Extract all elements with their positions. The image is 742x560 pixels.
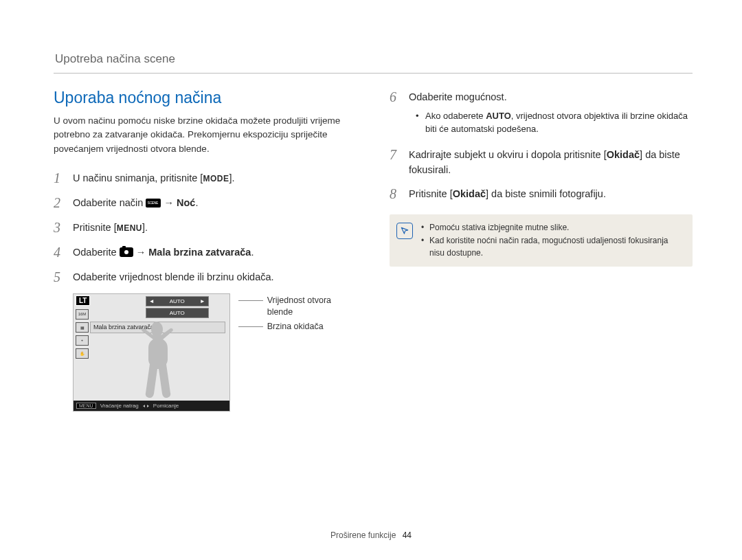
step-text-post: . xyxy=(195,197,198,208)
step-number: 5 xyxy=(54,269,73,285)
step-text: Odaberite način xyxy=(73,197,146,208)
callout-shutter: Brzina okidača xyxy=(238,321,357,333)
display-corner-badge: LT xyxy=(76,295,90,306)
step-body: Pritisnite [Okidač] da biste snimili fot… xyxy=(409,186,693,202)
step-number: 3 xyxy=(54,219,73,236)
nav-diamond-icon xyxy=(143,403,149,409)
shutter-value: AUTO xyxy=(170,310,185,316)
step-number: 7 xyxy=(390,146,409,163)
step-4: 4 Odaberite → Mala brzina zatvarača. xyxy=(54,244,357,260)
step-body: Odaberite → Mala brzina zatvarača. xyxy=(73,244,357,260)
step-number: 2 xyxy=(54,194,73,211)
display-side-icons: 16M ▦ + ✋ xyxy=(76,309,89,359)
step-text: Pritisnite [ xyxy=(73,222,117,233)
step-number: 4 xyxy=(54,244,73,260)
figure-row: LT ◄ AUTO ► AUTO 16M ▦ + ✋ xyxy=(73,293,357,412)
step-sub-bullets: Ako odaberete AUTO, vrijednost otvora ob… xyxy=(409,109,693,136)
step-body: Odaberite mogućnost. Ako odaberete AUTO,… xyxy=(409,89,693,138)
ois-off-icon: ✋ xyxy=(76,348,89,359)
step-text: Odaberite vrijednost blende ili brzinu o… xyxy=(73,271,274,282)
intro-paragraph: U ovom načinu pomoću niske brzine okidač… xyxy=(54,114,357,156)
bold-text: AUTO xyxy=(486,111,511,121)
display-bottom-bar: MENU Vraćanje natrag Pomicanje xyxy=(74,401,229,411)
display-callouts: Vrijednost otvora blende Brzina okidača xyxy=(238,293,357,333)
step-1: 1 U načinu snimanja, pritisnite [MODE]. xyxy=(54,170,357,186)
camera-icon xyxy=(120,247,133,257)
menu-button-label: MENU xyxy=(117,223,142,233)
chevron-left-icon: ◄ xyxy=(149,298,155,304)
arrow-icon: → xyxy=(133,247,149,258)
step-text: Odaberite xyxy=(73,247,120,258)
note-list: Pomoću stativa izbjegnite mutne slike. K… xyxy=(421,221,684,260)
footer-section: Proširene funkcije xyxy=(330,530,396,540)
step-body: Odaberite vrijednost blende ili brzinu o… xyxy=(73,269,357,285)
step-3: 3 Pritisnite [MENU]. xyxy=(54,219,357,236)
mode-button-label: MODE xyxy=(203,174,229,183)
aperture-value: AUTO xyxy=(170,298,185,304)
content-columns: Uporaba noćnog načina U ovom načinu pomo… xyxy=(54,89,693,412)
note-icon xyxy=(396,223,413,239)
step-7: 7 Kadrirajte subjekt u okviru i dopola p… xyxy=(390,146,693,178)
step-text: Odaberite mogućnost. xyxy=(409,91,507,102)
step-6: 6 Odaberite mogućnost. Ako odaberete AUT… xyxy=(390,89,693,138)
step-bold: Noć xyxy=(177,197,195,208)
step-text-post: . xyxy=(251,247,254,258)
left-column: Uporaba noćnog načina U ovom načinu pomo… xyxy=(54,89,357,412)
ev-icon: + xyxy=(76,335,89,346)
step-body: U načinu snimanja, pritisnite [MODE]. xyxy=(73,170,357,186)
step-text-post: ]. xyxy=(142,222,148,233)
bold-text: Okidač xyxy=(607,149,640,160)
person-silhouette-icon xyxy=(130,320,185,404)
note-item: Kad koristite noćni način rada, mogućnos… xyxy=(421,234,684,260)
note-box: Pomoću stativa izbjegnite mutne slike. K… xyxy=(390,214,693,267)
page: Upotreba načina scene Uporaba noćnog nač… xyxy=(0,0,742,560)
camera-display: LT ◄ AUTO ► AUTO 16M ▦ + ✋ xyxy=(73,293,230,412)
scene-icon xyxy=(146,199,161,208)
note-item: Pomoću stativa izbjegnite mutne slike. xyxy=(421,221,684,234)
step-text: U načinu snimanja, pritisnite [ xyxy=(73,172,203,183)
chevron-right-icon: ► xyxy=(200,298,205,304)
bottom-back-label: Vraćanje natrag xyxy=(100,403,139,409)
step-number: 1 xyxy=(54,170,73,186)
right-steps: 6 Odaberite mogućnost. Ako odaberete AUT… xyxy=(390,89,693,202)
step-body: Odaberite način → Noć. xyxy=(73,194,357,211)
left-steps: 1 U načinu snimanja, pritisnite [MODE]. … xyxy=(54,170,357,285)
section-title: Uporaba noćnog načina xyxy=(54,89,357,107)
menu-chip: MENU xyxy=(76,403,96,409)
step-text-post: ]. xyxy=(229,172,234,183)
aperture-dropdown: ◄ AUTO ► xyxy=(146,296,209,306)
page-footer: Proširene funkcije 44 xyxy=(0,530,742,540)
step-body: Pritisnite [MENU]. xyxy=(73,219,357,236)
step-number: 8 xyxy=(390,186,409,202)
quality-icon: ▦ xyxy=(76,322,89,333)
size-icon: 16M xyxy=(76,309,89,320)
bottom-move-label: Pomicanje xyxy=(153,403,179,409)
callout-aperture: Vrijednost otvora blende xyxy=(238,295,357,319)
breadcrumb: Upotreba načina scene xyxy=(54,52,693,74)
step-8: 8 Pritisnite [Okidač] da biste snimili f… xyxy=(390,186,693,202)
arrow-icon: → xyxy=(161,197,177,208)
shutter-dropdown: AUTO xyxy=(146,308,209,318)
right-column: 6 Odaberite mogućnost. Ako odaberete AUT… xyxy=(390,89,693,412)
step-body: Kadrirajte subjekt u okviru i dopola pri… xyxy=(409,146,693,178)
step-2: 2 Odaberite način → Noć. xyxy=(54,194,357,211)
step-5: 5 Odaberite vrijednost blende ili brzinu… xyxy=(54,269,357,285)
step-number: 6 xyxy=(390,89,409,105)
page-number: 44 xyxy=(403,530,412,540)
step-bold: Mala brzina zatvarača xyxy=(148,247,251,258)
bold-text: Okidač xyxy=(453,188,486,199)
sub-bullet: Ako odaberete AUTO, vrijednost otvora ob… xyxy=(418,109,693,136)
